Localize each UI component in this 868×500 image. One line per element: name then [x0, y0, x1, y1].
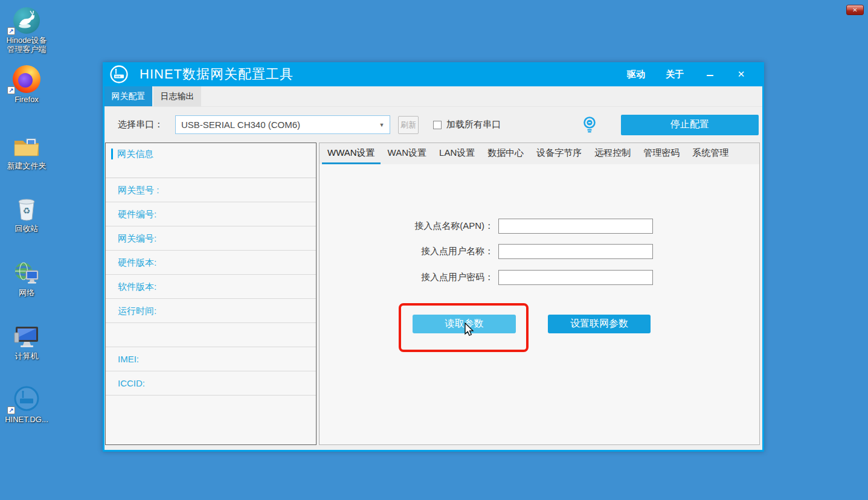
desktop-icon-label: Hinode设备 [2, 36, 51, 45]
desktop-icon-firefox[interactable]: ↗ Firefox [2, 64, 51, 104]
info-row-spacer [106, 323, 316, 347]
refresh-button[interactable]: 刷新 [398, 116, 419, 134]
chevron-down-icon: ▼ [374, 122, 390, 128]
desktop-icon-computer[interactable]: 计算机 [2, 321, 51, 361]
minimize-icon [707, 75, 713, 76]
load-all-ports-label: 加载所有串口 [446, 119, 501, 130]
driver-menu-button[interactable]: 驱动 [627, 69, 645, 80]
desktop-icon-new-folder[interactable]: 新建文件夹 [2, 130, 51, 170]
app-window: HINET数据网关配置工具 驱动 关于 ✕ 网关配置 日志输出 选择串口： US… [103, 62, 764, 452]
apn-password-input[interactable] [498, 270, 653, 285]
desktop: { "icons": { "close": "✕", "minimize": "… [0, 0, 868, 500]
stop-config-button[interactable]: 停止配置 [621, 115, 759, 135]
info-row-model: 网关型号 : [106, 178, 316, 202]
wwan-settings-content: 接入点名称(APN)： 接入点用户名称： 接入点用户密码： 读取参数 设置联网参… [320, 164, 759, 444]
desktop-icon-label: 计算机 [2, 351, 51, 361]
minimize-button[interactable] [704, 69, 715, 80]
hinet-app-icon [12, 384, 41, 413]
apn-username-input[interactable] [498, 244, 653, 259]
settings-tab-bar: WWAN设置 WAN设置 LAN设置 数据中心 设备字节序 远程控制 管理密码 … [320, 143, 759, 164]
desktop-icon-label: Firefox [2, 95, 51, 104]
main-tab-bar: 网关配置 日志输出 [104, 86, 762, 106]
desktop-icon-label: 网络 [2, 288, 51, 297]
toolbar: 选择串口： USB-SERIAL CH340 (COM6) ▼ 刷新 加载所有串… [104, 106, 762, 143]
tab-lan[interactable]: LAN设置 [434, 143, 480, 164]
desktop-icon-hinode-client[interactable]: ↗ Hinode设备管理客户端 [2, 5, 51, 54]
firefox-icon [13, 65, 40, 93]
info-row-uptime: 运行时间: [106, 299, 316, 323]
apn-password-label: 接入点用户密码： [421, 272, 493, 283]
settings-panel: WWAN设置 WAN设置 LAN设置 数据中心 设备字节序 远程控制 管理密码 … [319, 143, 760, 445]
read-params-button[interactable]: 读取参数 [413, 315, 516, 333]
tab-system-mgmt[interactable]: 系统管理 [687, 143, 734, 164]
desktop-icon-network[interactable]: 网络 [2, 257, 51, 297]
info-row-hw-ver: 硬件版本: [106, 251, 316, 275]
info-row-iccid: ICCID: [106, 371, 316, 396]
window-body: 网关配置 日志输出 选择串口： USB-SERIAL CH340 (COM6) … [104, 86, 762, 450]
info-row-imei: IMEI: [106, 347, 316, 371]
tab-admin-password[interactable]: 管理密码 [638, 143, 685, 164]
tab-gateway-config[interactable]: 网关配置 [104, 86, 152, 106]
load-all-ports-checkbox[interactable] [433, 121, 442, 129]
accent-bar [111, 149, 113, 159]
info-row-gw-no: 网关编号: [106, 226, 316, 251]
tab-wan[interactable]: WAN设置 [382, 143, 432, 164]
shortcut-arrow-icon: ↗ [7, 86, 15, 94]
shortcut-arrow-icon: ↗ [7, 27, 15, 35]
desktop-icon-label: 回收站 [2, 224, 51, 233]
desktop-icon-hinet-shortcut[interactable]: ↗ HINET.DG... [2, 384, 51, 424]
recycle-bin-icon: ♻ [14, 197, 39, 222]
info-row-hw-no: 硬件编号: [106, 202, 316, 226]
set-network-params-button[interactable]: 设置联网参数 [548, 315, 651, 333]
window-title: HINET数据网关配置工具 [140, 65, 294, 83]
shortcut-arrow-icon: ↗ [7, 406, 15, 414]
folder-icon [13, 135, 40, 159]
about-menu-button[interactable]: 关于 [666, 69, 684, 80]
panels: 网关信息 网关型号 : 硬件编号: 网关编号: 硬件版本: 软件版本: 运行时间… [104, 143, 762, 445]
desktop-icon-recycle-bin[interactable]: ♻ 回收站 [2, 193, 51, 233]
tab-byte-order[interactable]: 设备字节序 [531, 143, 587, 164]
desktop-icon-label: HINET.DG... [2, 415, 51, 424]
tab-log-output[interactable]: 日志输出 [153, 86, 201, 106]
computer-icon [13, 325, 40, 350]
app-logo-icon [109, 65, 129, 84]
titlebar: HINET数据网关配置工具 驱动 关于 ✕ [104, 62, 762, 86]
network-icon [13, 261, 40, 286]
close-button[interactable]: ✕ [736, 69, 747, 80]
serial-port-select[interactable]: USB-SERIAL CH340 (COM6) ▼ [175, 115, 390, 134]
tab-remote-control[interactable]: 远程控制 [589, 143, 636, 164]
gateway-info-title: 网关信息 [117, 149, 153, 160]
info-row-sw-ver: 软件版本: [106, 275, 316, 299]
svg-text:♻: ♻ [23, 206, 31, 216]
tab-wwan[interactable]: WWAN设置 [322, 143, 381, 164]
status-bulb-icon [582, 115, 597, 135]
apn-username-label: 接入点用户名称： [421, 246, 493, 257]
hinode-app-icon [13, 7, 40, 34]
apn-label: 接入点名称(APN)： [414, 220, 493, 232]
tab-data-center[interactable]: 数据中心 [482, 143, 529, 164]
serial-port-value: USB-SERIAL CH340 (COM6) [176, 120, 374, 130]
desktop-icon-label: 新建文件夹 [2, 161, 51, 170]
remote-close-button[interactable]: ✕ [846, 5, 864, 15]
apn-input[interactable] [498, 219, 653, 234]
gateway-info-panel: 网关信息 网关型号 : 硬件编号: 网关编号: 硬件版本: 软件版本: 运行时间… [105, 143, 317, 445]
serial-port-label: 选择串口： [118, 119, 163, 130]
